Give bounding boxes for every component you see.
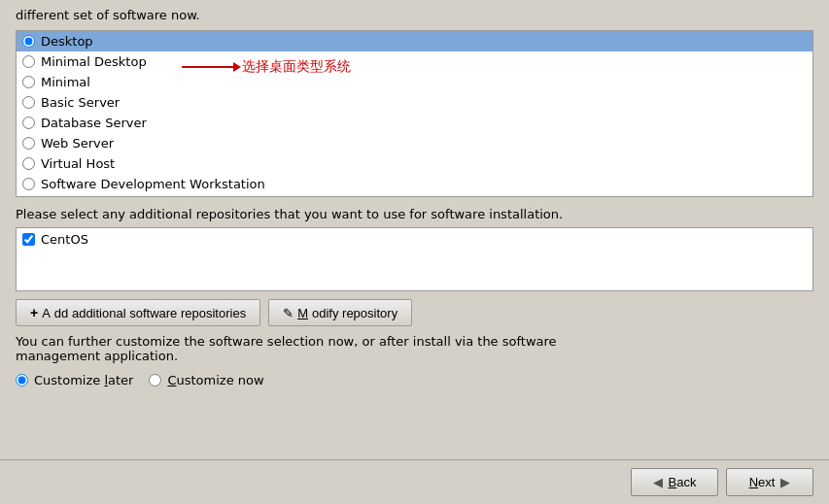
radio-basic-server[interactable] xyxy=(22,96,35,109)
list-item-minimal-desktop[interactable]: Minimal Desktop xyxy=(17,51,812,72)
list-item-basic-server[interactable]: Basic Server xyxy=(17,92,812,113)
label-customize-later: Customize later xyxy=(34,373,133,387)
customize-later-option[interactable]: Customize later xyxy=(16,373,133,387)
repo-buttons-row: + Add additional software repositories ✎… xyxy=(16,299,813,326)
customize-options-row: Customize later Customize now xyxy=(16,373,813,387)
customize-now-option[interactable]: Customize now xyxy=(149,373,263,387)
modify-repo-label-m: M xyxy=(297,306,308,320)
label-minimal: Minimal xyxy=(41,75,90,89)
label-software-dev: Software Development Workstation xyxy=(41,177,265,191)
radio-minimal[interactable] xyxy=(22,76,35,88)
label-desktop: Desktop xyxy=(41,34,93,49)
back-icon: ◀ xyxy=(653,475,663,489)
radio-minimal-desktop[interactable] xyxy=(22,55,35,68)
modify-repo-button[interactable]: ✎ Modify repository xyxy=(268,299,412,326)
label-centos: CentOS xyxy=(41,232,88,247)
modify-repo-icon: ✎ xyxy=(283,306,294,320)
software-list-scroll[interactable]: Desktop Minimal Desktop Minimal Basic Se… xyxy=(17,31,812,196)
label-database-server: Database Server xyxy=(41,116,147,130)
repos-section-label: Please select any additional repositorie… xyxy=(16,207,813,221)
bottom-nav-bar: ◀ Back Next ▶ xyxy=(0,459,829,504)
add-repos-label-a: A xyxy=(42,306,51,320)
label-web-server: Web Server xyxy=(41,136,114,151)
back-button[interactable]: ◀ Back xyxy=(631,468,718,496)
radio-customize-later[interactable] xyxy=(16,374,28,386)
label-customize-now: Customize now xyxy=(167,373,263,387)
list-item-desktop[interactable]: Desktop xyxy=(17,31,812,51)
repos-box: CentOS xyxy=(16,227,813,291)
radio-desktop[interactable] xyxy=(22,35,35,48)
add-repos-label-rest: dd additional software repositories xyxy=(54,306,246,320)
next-label: Next xyxy=(749,475,776,489)
next-icon: ▶ xyxy=(780,475,790,489)
checkbox-centos[interactable] xyxy=(22,233,35,246)
list-item-virtual-host[interactable]: Virtual Host xyxy=(17,153,812,174)
software-list-container: Desktop Minimal Desktop Minimal Basic Se… xyxy=(16,30,813,197)
radio-virtual-host[interactable] xyxy=(22,157,35,170)
next-button[interactable]: Next ▶ xyxy=(726,468,813,496)
label-virtual-host: Virtual Host xyxy=(41,156,115,171)
list-item-minimal[interactable]: Minimal xyxy=(17,72,812,92)
customize-description: You can further customize the software s… xyxy=(16,334,813,363)
label-minimal-desktop: Minimal Desktop xyxy=(41,54,147,69)
radio-software-dev[interactable] xyxy=(22,178,35,190)
add-repos-icon: + xyxy=(30,305,38,320)
add-repos-button[interactable]: + Add additional software repositories xyxy=(16,299,260,326)
list-item-database-server[interactable]: Database Server xyxy=(17,113,812,133)
modify-repo-label-rest: odify repository xyxy=(312,306,397,320)
list-item-software-dev[interactable]: Software Development Workstation xyxy=(17,174,812,194)
back-label: Back xyxy=(669,475,697,489)
intro-text: different set of software now. xyxy=(16,8,813,22)
list-item-web-server[interactable]: Web Server xyxy=(17,133,812,153)
repo-item-centos[interactable]: CentOS xyxy=(22,232,807,247)
radio-customize-now[interactable] xyxy=(149,374,161,386)
radio-database-server[interactable] xyxy=(22,117,35,129)
radio-web-server[interactable] xyxy=(22,137,35,150)
label-basic-server: Basic Server xyxy=(41,95,120,110)
